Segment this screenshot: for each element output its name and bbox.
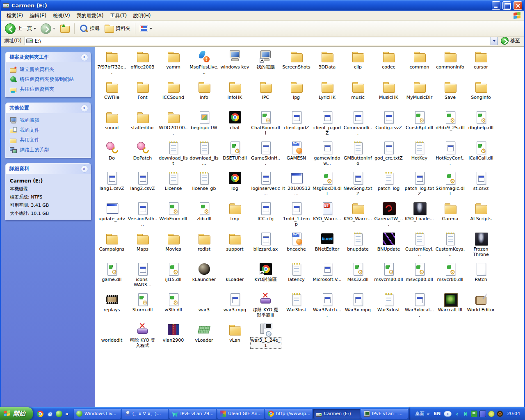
- file-item[interactable]: MyMusicDir: [404, 79, 435, 110]
- file-item[interactable]: worldedit: [96, 322, 127, 352]
- file-item[interactable]: Frozen Throne: [466, 231, 496, 261]
- file-item[interactable]: 3DData: [312, 49, 342, 79]
- file-item[interactable]: beginpicTW: [189, 110, 219, 140]
- views-button[interactable]: [138, 24, 154, 33]
- file-item[interactable]: War3xInst: [373, 292, 404, 322]
- file-item[interactable]: update_adv: [96, 201, 127, 231]
- file-item[interactable]: WDO20100...: [158, 110, 189, 140]
- file-item[interactable]: vLoader: [189, 322, 219, 352]
- file-item[interactable]: GMButtonInfo: [342, 140, 373, 170]
- file-item[interactable]: Maps: [127, 231, 158, 261]
- menu-item[interactable]: 我的最愛(A): [73, 11, 107, 21]
- file-item[interactable]: support: [219, 231, 250, 261]
- file-item[interactable]: KYO討論區: [250, 261, 281, 292]
- file-item[interactable]: sound: [96, 110, 127, 140]
- file-item[interactable]: IPC: [250, 79, 281, 110]
- wings-icon[interactable]: [462, 411, 469, 417]
- file-item[interactable]: vLan: [219, 322, 250, 352]
- file-item[interactable]: LyricHK: [312, 79, 342, 110]
- menu-item[interactable]: 說明(H): [130, 11, 154, 21]
- file-item[interactable]: clip: [342, 49, 373, 79]
- file-item[interactable]: ⚙game.dll: [96, 261, 127, 292]
- file-item[interactable]: blizzard.ax: [250, 231, 281, 261]
- file-item[interactable]: war3.mpq: [219, 292, 250, 322]
- close-button[interactable]: [514, 1, 522, 10]
- file-item[interactable]: ⚙Mss32.dll: [342, 261, 373, 292]
- file-item[interactable]: ICC.cfg: [250, 201, 281, 231]
- chrome-quicklaunch-icon[interactable]: [37, 411, 43, 417]
- menu-item[interactable]: 檔案(F): [3, 11, 26, 21]
- task-button[interactable]: (。¤ ∀ ¤。)...: [122, 409, 169, 419]
- file-item[interactable]: redist: [189, 231, 219, 261]
- titlebar[interactable]: Carmen (E:): [1, 0, 524, 11]
- other-place-link[interactable]: 我的文件: [10, 127, 89, 133]
- file-item[interactable]: BNUpdate: [373, 231, 404, 261]
- file-item[interactable]: ⚙Skinmagic.dll: [435, 170, 466, 201]
- file-item[interactable]: ⚙msvcp80.dll: [404, 261, 435, 292]
- file-item[interactable]: war3_1_24e_1: [250, 322, 281, 352]
- other-places-header[interactable]: 其他位置 «: [6, 103, 91, 113]
- file-item[interactable]: kLauncher: [189, 261, 219, 292]
- file-item[interactable]: loginserver.c...: [250, 170, 281, 201]
- task-button[interactable]: Carmen (E:): [313, 409, 360, 419]
- other-place-link[interactable]: 共用文件: [10, 137, 89, 143]
- file-item[interactable]: kLoader: [219, 261, 250, 292]
- file-item[interactable]: AI Scripts: [466, 201, 496, 231]
- file-item[interactable]: cursor: [466, 49, 496, 79]
- file-item[interactable]: CustomKeys...: [435, 231, 466, 261]
- file-item[interactable]: License: [158, 170, 189, 201]
- file-item[interactable]: download_list: [158, 140, 189, 170]
- details-header[interactable]: 詳細資料 «: [6, 164, 91, 174]
- file-item[interactable]: Config.csvZ: [373, 110, 404, 140]
- file-item[interactable]: ⚙WebFrom.dll: [158, 201, 189, 231]
- file-item[interactable]: NewSong.txtZ: [342, 170, 373, 201]
- display-icon[interactable]: [479, 411, 486, 417]
- arrow-icon[interactable]: ‹: [454, 411, 460, 417]
- badge-icon[interactable]: [488, 411, 495, 417]
- file-item[interactable]: patch_log.txtZ: [404, 170, 435, 201]
- maximize-button[interactable]: [502, 1, 511, 10]
- file-item[interactable]: windows key: [219, 49, 250, 79]
- menu-item[interactable]: 檢視(V): [50, 11, 73, 21]
- file-item[interactable]: replays: [96, 292, 127, 322]
- file-item[interactable]: Microsoft.V...: [312, 261, 342, 292]
- go-button[interactable]: 移至: [501, 37, 523, 45]
- file-item[interactable]: VersionPath....: [127, 201, 158, 231]
- file-item[interactable]: Commandli...: [342, 110, 373, 140]
- forward-dropdown-icon[interactable]: [53, 28, 55, 31]
- file-item[interactable]: icons-WAR3...: [127, 261, 158, 292]
- file-task-link[interactable]: 將這個資料夾發佈到網站: [10, 76, 89, 82]
- file-item[interactable]: 我的電腦: [250, 49, 281, 79]
- file-item[interactable]: lang2.csvZ: [127, 170, 158, 201]
- file-item[interactable]: yamm: [158, 49, 189, 79]
- address-dropdown-button[interactable]: [491, 37, 498, 45]
- file-item[interactable]: Font: [127, 79, 158, 110]
- ie-quicklaunch-icon[interactable]: e: [46, 411, 53, 417]
- file-item[interactable]: ⚙DSETUP.dll: [219, 140, 250, 170]
- file-item[interactable]: 7f97bf732e...: [96, 49, 127, 79]
- agent-icon[interactable]: [497, 411, 503, 417]
- language-indicator[interactable]: EN: [434, 411, 441, 416]
- file-item[interactable]: ⚙msvcm80.dll: [373, 261, 404, 292]
- file-item[interactable]: info: [189, 79, 219, 110]
- file-item[interactable]: ⚙zlib.dll: [189, 201, 219, 231]
- file-item[interactable]: War3xlocal....: [404, 292, 435, 322]
- file-item[interactable]: ⚙iCallCall.dll: [466, 140, 496, 170]
- file-item[interactable]: Do: [96, 140, 127, 170]
- file-task-link[interactable]: 共用這個資料夾: [10, 86, 89, 92]
- file-item[interactable]: office2003: [127, 49, 158, 79]
- file-item[interactable]: KYO_Warcr...: [342, 201, 373, 231]
- back-dropdown-icon[interactable]: [34, 28, 36, 31]
- task-button[interactable]: IPvE vLan 29...: [169, 409, 216, 419]
- file-item[interactable]: Ipg: [281, 79, 312, 110]
- file-item[interactable]: client_p.godZ: [312, 110, 342, 140]
- file-item[interactable]: War3x.mpq: [342, 292, 373, 322]
- file-item[interactable]: st.csvz: [466, 170, 496, 201]
- file-item[interactable]: !MsgPlusLive...: [189, 49, 219, 79]
- up-button[interactable]: [58, 23, 71, 34]
- address-input[interactable]: [35, 38, 488, 44]
- address-box[interactable]: [25, 37, 498, 45]
- other-place-link[interactable]: 網路上的芳鄰: [10, 147, 89, 153]
- file-item[interactable]: ⚙dbghelp.dll: [466, 110, 496, 140]
- file-item[interactable]: music: [342, 79, 373, 110]
